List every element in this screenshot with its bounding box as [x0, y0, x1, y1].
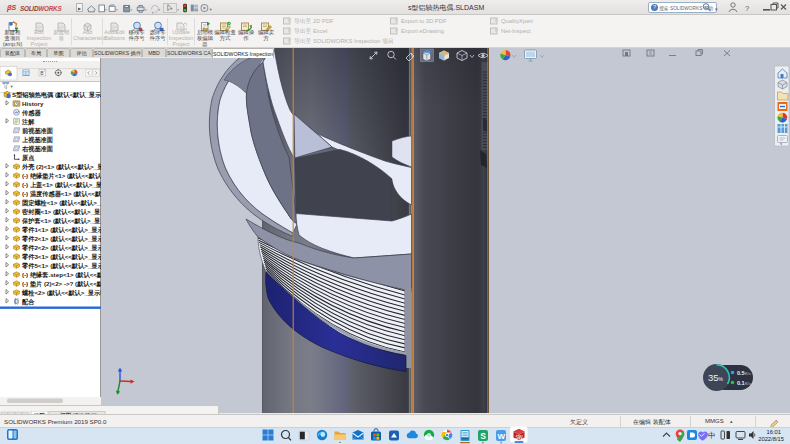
- svg-text:中: 中: [708, 431, 716, 440]
- svg-text:W: W: [498, 432, 506, 441]
- svg-text:2022/8/15: 2022/8/15: [758, 436, 784, 442]
- svg-text:16:01: 16:01: [766, 429, 781, 435]
- svg-text:SW: SW: [516, 435, 524, 440]
- svg-text:S: S: [480, 431, 486, 441]
